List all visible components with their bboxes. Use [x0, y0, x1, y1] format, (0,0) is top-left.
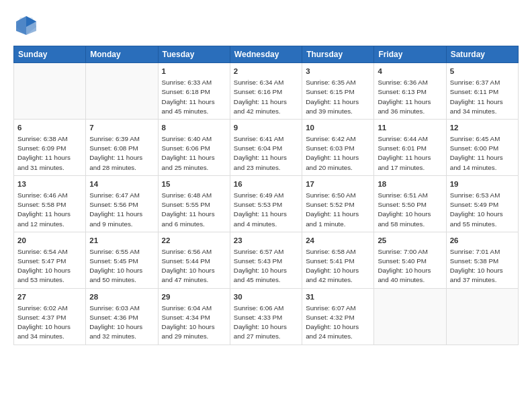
calendar-cell [86, 63, 158, 120]
calendar-cell: 22Sunrise: 6:56 AM Sunset: 5:44 PM Dayli… [158, 232, 230, 288]
weekday-header-row: SundayMondayTuesdayWednesdayThursdayFrid… [14, 46, 519, 63]
day-info: Sunrise: 7:00 AM Sunset: 5:40 PM Dayligh… [378, 247, 442, 285]
day-number: 31 [306, 291, 370, 302]
day-number: 7 [89, 122, 154, 133]
calendar-cell: 20Sunrise: 6:54 AM Sunset: 5:47 PM Dayli… [14, 232, 86, 288]
calendar-cell: 16Sunrise: 6:49 AM Sunset: 5:53 PM Dayli… [230, 175, 302, 232]
calendar-cell: 5Sunrise: 6:37 AM Sunset: 6:11 PM Daylig… [446, 63, 518, 120]
day-info: Sunrise: 6:40 AM Sunset: 6:06 PM Dayligh… [162, 134, 226, 173]
calendar-cell: 19Sunrise: 6:53 AM Sunset: 5:49 PM Dayli… [446, 175, 518, 232]
day-number: 20 [17, 235, 82, 246]
calendar-cell: 18Sunrise: 6:51 AM Sunset: 5:50 PM Dayli… [374, 175, 446, 232]
day-info: Sunrise: 6:58 AM Sunset: 5:41 PM Dayligh… [306, 247, 370, 285]
day-number: 27 [17, 291, 82, 302]
calendar-cell: 31Sunrise: 6:07 AM Sunset: 4:32 PM Dayli… [302, 288, 374, 345]
day-info: Sunrise: 6:50 AM Sunset: 5:52 PM Dayligh… [306, 191, 370, 229]
day-number: 12 [450, 122, 515, 133]
day-info: Sunrise: 6:38 AM Sunset: 6:09 PM Dayligh… [17, 134, 82, 173]
calendar-cell: 13Sunrise: 6:46 AM Sunset: 5:58 PM Dayli… [14, 175, 86, 232]
calendar-cell: 4Sunrise: 6:36 AM Sunset: 6:13 PM Daylig… [374, 63, 446, 120]
day-info: Sunrise: 6:02 AM Sunset: 4:37 PM Dayligh… [17, 304, 82, 342]
calendar-cell: 24Sunrise: 6:58 AM Sunset: 5:41 PM Dayli… [302, 232, 374, 288]
calendar-week-4: 20Sunrise: 6:54 AM Sunset: 5:47 PM Dayli… [14, 232, 519, 288]
calendar-cell: 9Sunrise: 6:41 AM Sunset: 6:04 PM Daylig… [230, 119, 302, 175]
weekday-header-wednesday: Wednesday [230, 46, 302, 63]
day-info: Sunrise: 6:48 AM Sunset: 5:55 PM Dayligh… [162, 191, 226, 229]
weekday-header-sunday: Sunday [14, 46, 86, 63]
day-number: 4 [378, 66, 442, 77]
weekday-header-tuesday: Tuesday [158, 46, 230, 63]
calendar-header: SundayMondayTuesdayWednesdayThursdayFrid… [14, 46, 519, 63]
day-number: 16 [234, 179, 298, 189]
day-number: 23 [234, 235, 298, 246]
day-number: 10 [306, 122, 370, 133]
svg-marker-2 [16, 16, 26, 35]
calendar-cell: 7Sunrise: 6:39 AM Sunset: 6:08 PM Daylig… [86, 119, 158, 175]
calendar-cell: 25Sunrise: 7:00 AM Sunset: 5:40 PM Dayli… [374, 232, 446, 288]
calendar-week-5: 27Sunrise: 6:02 AM Sunset: 4:37 PM Dayli… [14, 288, 519, 345]
day-number: 29 [162, 291, 226, 302]
day-info: Sunrise: 6:37 AM Sunset: 6:11 PM Dayligh… [450, 78, 515, 116]
day-info: Sunrise: 6:03 AM Sunset: 4:36 PM Dayligh… [89, 304, 154, 342]
day-number: 13 [17, 179, 82, 189]
calendar-cell: 27Sunrise: 6:02 AM Sunset: 4:37 PM Dayli… [14, 288, 86, 345]
calendar-cell: 1Sunrise: 6:33 AM Sunset: 6:18 PM Daylig… [158, 63, 230, 120]
day-info: Sunrise: 6:06 AM Sunset: 4:33 PM Dayligh… [234, 304, 298, 342]
day-info: Sunrise: 6:33 AM Sunset: 6:18 PM Dayligh… [162, 78, 226, 116]
day-number: 28 [89, 291, 154, 302]
calendar-cell [446, 288, 518, 345]
day-info: Sunrise: 6:35 AM Sunset: 6:15 PM Dayligh… [306, 78, 370, 116]
calendar-cell: 10Sunrise: 6:42 AM Sunset: 6:03 PM Dayli… [302, 119, 374, 175]
day-number: 1 [162, 66, 226, 77]
day-number: 2 [234, 66, 298, 77]
day-number: 19 [450, 179, 515, 189]
day-info: Sunrise: 6:56 AM Sunset: 5:44 PM Dayligh… [162, 247, 226, 285]
calendar-cell: 15Sunrise: 6:48 AM Sunset: 5:55 PM Dayli… [158, 175, 230, 232]
calendar-cell: 17Sunrise: 6:50 AM Sunset: 5:52 PM Dayli… [302, 175, 374, 232]
day-number: 3 [306, 66, 370, 77]
day-info: Sunrise: 6:42 AM Sunset: 6:03 PM Dayligh… [306, 134, 370, 173]
day-info: Sunrise: 6:41 AM Sunset: 6:04 PM Dayligh… [234, 134, 298, 173]
day-info: Sunrise: 6:45 AM Sunset: 6:00 PM Dayligh… [450, 134, 515, 173]
calendar-cell: 28Sunrise: 6:03 AM Sunset: 4:36 PM Dayli… [86, 288, 158, 345]
logo-icon [13, 12, 39, 38]
day-number: 30 [234, 291, 298, 302]
weekday-header-thursday: Thursday [302, 46, 374, 63]
calendar-cell: 3Sunrise: 6:35 AM Sunset: 6:15 PM Daylig… [302, 63, 374, 120]
day-number: 22 [162, 235, 226, 246]
day-info: Sunrise: 6:49 AM Sunset: 5:53 PM Dayligh… [234, 191, 298, 229]
calendar-cell: 6Sunrise: 6:38 AM Sunset: 6:09 PM Daylig… [14, 119, 86, 175]
calendar-cell [14, 63, 86, 120]
weekday-header-friday: Friday [374, 46, 446, 63]
day-info: Sunrise: 7:01 AM Sunset: 5:38 PM Dayligh… [450, 247, 515, 285]
calendar-body: 1Sunrise: 6:33 AM Sunset: 6:18 PM Daylig… [14, 63, 519, 345]
day-number: 9 [234, 122, 298, 133]
calendar-week-2: 6Sunrise: 6:38 AM Sunset: 6:09 PM Daylig… [14, 119, 519, 175]
day-number: 17 [306, 179, 370, 189]
day-info: Sunrise: 6:51 AM Sunset: 5:50 PM Dayligh… [378, 191, 442, 229]
day-number: 21 [89, 235, 154, 246]
calendar-cell: 14Sunrise: 6:47 AM Sunset: 5:56 PM Dayli… [86, 175, 158, 232]
calendar-page: SundayMondayTuesdayWednesdayThursdayFrid… [0, 0, 532, 411]
calendar-cell [374, 288, 446, 345]
calendar-cell: 11Sunrise: 6:44 AM Sunset: 6:01 PM Dayli… [374, 119, 446, 175]
day-number: 15 [162, 179, 226, 189]
day-info: Sunrise: 6:04 AM Sunset: 4:34 PM Dayligh… [162, 304, 226, 342]
logo [13, 12, 43, 38]
calendar-cell: 26Sunrise: 7:01 AM Sunset: 5:38 PM Dayli… [446, 232, 518, 288]
day-number: 14 [89, 179, 154, 189]
calendar-cell: 2Sunrise: 6:34 AM Sunset: 6:16 PM Daylig… [230, 63, 302, 120]
day-number: 5 [450, 66, 515, 77]
day-number: 11 [378, 122, 442, 133]
day-number: 25 [378, 235, 442, 246]
day-info: Sunrise: 6:55 AM Sunset: 5:45 PM Dayligh… [89, 247, 154, 285]
day-info: Sunrise: 6:46 AM Sunset: 5:58 PM Dayligh… [17, 191, 82, 229]
calendar-table: SundayMondayTuesdayWednesdayThursdayFrid… [13, 46, 519, 345]
day-info: Sunrise: 6:54 AM Sunset: 5:47 PM Dayligh… [17, 247, 82, 285]
day-info: Sunrise: 6:07 AM Sunset: 4:32 PM Dayligh… [306, 304, 370, 342]
day-info: Sunrise: 6:53 AM Sunset: 5:49 PM Dayligh… [450, 191, 515, 229]
day-number: 18 [378, 179, 442, 189]
calendar-cell: 23Sunrise: 6:57 AM Sunset: 5:43 PM Dayli… [230, 232, 302, 288]
calendar-cell: 8Sunrise: 6:40 AM Sunset: 6:06 PM Daylig… [158, 119, 230, 175]
day-number: 26 [450, 235, 515, 246]
